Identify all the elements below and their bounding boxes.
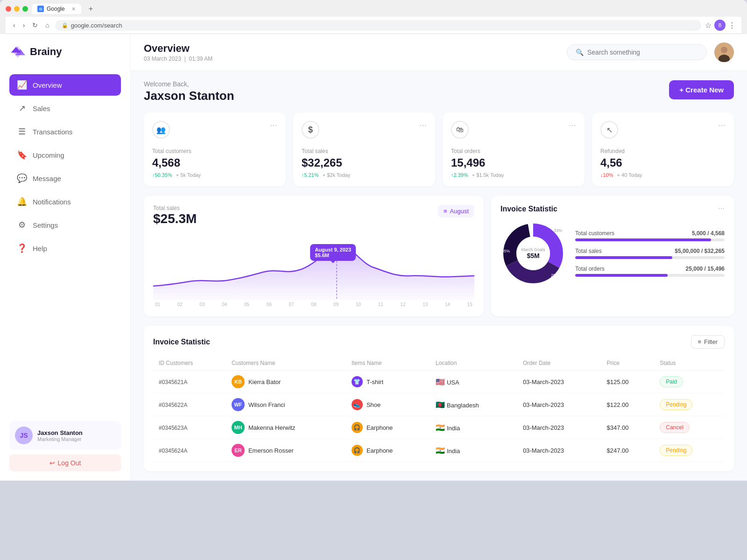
header-right: 🔍 [567,42,734,62]
row-date: 03-March-2023 [517,439,601,462]
filter-lines-icon: ≡ [698,338,702,345]
user-info: Jaxson Stanton Marketing Manager [37,429,115,442]
col-location: Location [430,356,517,371]
metric-total-orders: Total orders 25,000 / 15,496 [575,266,725,277]
table-filter-button[interactable]: ≡ Filter [691,335,725,349]
sidebar-item-message[interactable]: 💬 Message [9,168,121,189]
browser-tab[interactable]: G Google ✕ [32,4,81,14]
tab-favicon: G [37,6,44,12]
message-icon: 💬 [17,173,27,183]
stat-card-header-sales: $ ⋯ [302,121,427,139]
stat-value-orders: 15,496 [451,156,576,169]
search-bar[interactable]: 🔍 [567,44,707,60]
x-label-12: 12 [400,302,405,307]
charts-row: Total sales $25.3M ≡ August August 9, 20… [144,196,734,316]
stat-menu-customers[interactable]: ⋯ [270,121,277,130]
browser-actions: ☆ B ⋮ [705,20,736,31]
close-traffic-light[interactable] [6,6,11,12]
sidebar-item-settings[interactable]: ⚙ Settings [9,214,121,236]
forward-button[interactable]: › [21,21,27,30]
x-label-01: 01 [155,302,160,307]
table-title: Invoice Statistic [153,338,210,346]
sidebar-item-sales[interactable]: ↗ Sales [9,98,121,119]
new-tab-button[interactable]: + [85,4,97,14]
metric-label-customers: Total customers [575,230,614,237]
stat-menu-refunded[interactable]: ⋯ [718,121,726,130]
bookmark-icon[interactable]: ☆ [705,21,712,30]
row-customer-name: MHMakenna Herwitz [226,416,346,439]
row-customer-name: WFWilson Franci [226,393,346,416]
sidebar: Brainy 📈 Overview ↗ Sales ☰ Transactions… [0,34,131,481]
refunded-icon: ↖ [600,121,618,139]
x-label-09: 09 [333,302,338,307]
stat-card-header-orders: 🛍 ⋯ [451,121,576,139]
traffic-lights [6,6,28,12]
row-location: 🇮🇳India [430,416,517,439]
create-new-button[interactable]: + Create New [669,80,734,99]
donut-label-33: 33% [554,228,562,233]
maximize-traffic-light[interactable] [22,6,28,12]
welcome-text: Welcome Back, Jaxson Stanton [144,80,234,103]
x-label-13: 13 [423,302,428,307]
menu-icon[interactable]: ⋮ [728,21,736,30]
stat-menu-orders[interactable]: ⋯ [569,121,576,130]
browser-chrome: G Google ✕ + ‹ › ↻ ⌂ 🔒 google.com/search… [0,0,747,34]
stat-menu-sales[interactable]: ⋯ [419,121,427,130]
metric-bar-customers [575,238,725,241]
minimize-traffic-light[interactable] [14,6,20,12]
sidebar-item-notifications[interactable]: 🔔 Notifications [9,191,121,212]
invoice-stat-header: Invoice Statistic ⋯ [500,205,725,213]
chart-filter-button[interactable]: ≡ August [438,205,474,217]
row-status: Paid [654,371,725,393]
row-item: 🎧Earphone [346,416,430,439]
user-profile: JS Jaxson Stanton Marketing Manager [9,421,121,450]
home-button[interactable]: ⌂ [43,21,51,30]
sidebar-item-message-label: Message [33,175,61,182]
header-avatar[interactable] [714,42,734,62]
row-status: Pending [654,439,725,462]
row-id: #0345624A [153,439,226,462]
reload-button[interactable]: ↻ [30,21,40,30]
invoice-stat-menu[interactable]: ⋯ [718,205,725,213]
stat-today: + 5k Today [176,172,201,178]
donut-label: March Goals $5M [521,247,545,259]
back-button[interactable]: ‹ [11,21,17,30]
x-label-14: 14 [445,302,450,307]
x-label-07: 07 [289,302,294,307]
header-date: 03 March 2023 [144,56,181,62]
row-item: 👕T-shirt [346,371,430,393]
stat-change-orders: ↑2.39% + $1.5k Today [451,172,576,178]
address-bar[interactable]: 🔒 google.com/search [55,20,701,31]
col-customer: Customers Name [226,356,346,371]
row-status: Cancel [654,416,725,439]
browser-titlebar: G Google ✕ + [6,4,741,17]
table-filter-label: Filter [704,338,718,345]
sidebar-item-overview[interactable]: 📈 Overview [9,74,121,96]
sidebar-bottom: JS Jaxson Stanton Marketing Manager ↩ Lo… [9,421,121,471]
search-input[interactable] [587,49,698,56]
notifications-icon: 🔔 [17,196,27,207]
change-arrow-refunded: ↓10% [600,172,613,178]
upcoming-icon: 🔖 [17,150,27,160]
change-arrow-sales: ↑5.21% [302,172,319,178]
invoice-stat-title: Invoice Statistic [500,205,557,213]
stat-card-sales: $ ⋯ Total sales $32,265 ↑5.21% + $2k Tod… [293,112,435,186]
filter-icon: ≡ [444,208,447,215]
lock-icon: 🔒 [62,22,68,28]
metric-value-orders2: 25,000 / 15,496 [686,266,725,272]
logo: Brainy [9,43,121,60]
sidebar-item-help[interactable]: ❓ Help [9,238,121,259]
row-price: $247.00 [601,439,655,462]
donut-label-value: $5M [521,252,545,259]
stat-today-refunded: + 40 Today [617,172,642,178]
sidebar-item-transactions[interactable]: ☰ Transactions [9,121,121,142]
customer-avatar: WF [232,398,245,411]
user-role: Marketing Manager [37,436,115,442]
create-new-label: + Create New [679,86,724,94]
page-body: Welcome Back, Jaxson Stanton + Create Ne… [131,71,747,481]
logout-button[interactable]: ↩ Log Out [9,455,121,471]
tab-close-icon[interactable]: ✕ [71,6,76,12]
sidebar-item-upcoming[interactable]: 🔖 Upcoming [9,144,121,166]
status-badge: Pending [660,399,692,410]
browser-profile-icon[interactable]: B [714,20,726,31]
